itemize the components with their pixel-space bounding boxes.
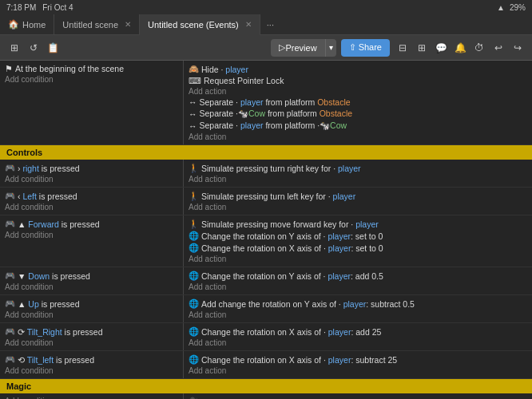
action-rot-y-add: 🌐 Change the rotation on Y axis of · pla… [189, 270, 527, 282]
status-left: 7:18 PM Fri Oct 4 [6, 3, 73, 12]
add-cond-forward[interactable]: Add condition [5, 230, 178, 240]
cond-tiltleft: 🎮 ⟲ Tilt_left is pressed Add condition [0, 351, 184, 378]
time: 7:18 PM [6, 3, 36, 12]
event-up-pressed: 🎮 ▲ Up is pressed Add condition 🌐 Add ch… [0, 295, 532, 323]
action-tiltright: 🌐 Change the rotation on X axis of · pla… [184, 323, 532, 350]
controls-header: Controls [0, 145, 532, 160]
add-cond-down[interactable]: Add condition [5, 282, 178, 292]
day: Fri Oct 4 [42, 3, 73, 12]
cond-up: 🎮 ▲ Up is pressed Add condition [0, 295, 184, 322]
add-cond-up[interactable]: Add condition [5, 310, 178, 320]
condition-beginning: ⚑ At the beginning of the scene Add cond… [0, 61, 184, 144]
action-separate-3: ↔ Separate · player from platform ·🐄Cow [189, 120, 527, 132]
tab-untitled1[interactable]: Untitled scene ✕ [54, 14, 140, 35]
add-cond-tiltleft[interactable]: Add condition [5, 365, 178, 376]
toolbar-icon-r5[interactable]: ⏱ [471, 40, 487, 56]
event-tiltleft-pressed: 🎮 ⟲ Tilt_left is pressed Add condition 🌐… [0, 351, 532, 379]
add-action-right[interactable]: Add action [189, 174, 527, 184]
action-forward: 🚶 Simulate pressing move forward key for… [184, 215, 532, 267]
cond-magic: Add condition [0, 393, 184, 399]
action-rot-y-subtract: 🌐 Add change the rotation on Y axis of ·… [189, 298, 527, 310]
add-action-down[interactable]: Add action [189, 282, 527, 292]
tab-home[interactable]: 🏠 Home [0, 14, 54, 35]
toolbar-icon-r1[interactable]: ⊟ [395, 40, 411, 56]
action-hide-player: 🙈 Hide · player [189, 63, 527, 75]
action-rot-x-0: 🌐 Change the rotation on X axis of · pla… [189, 242, 527, 254]
event-beginning: ⚑ At the beginning of the scene Add cond… [0, 61, 532, 145]
action-up: 🌐 Add change the rotation on Y axis of ·… [184, 295, 532, 322]
add-action-tiltright[interactable]: Add action [189, 338, 527, 348]
cond-right-text: 🎮 › right is pressed [5, 162, 178, 174]
action-right: 🚶 Simulate pressing turn right key for ·… [184, 160, 532, 187]
cond-forward: 🎮 ▲ Forward is pressed Add condition [0, 215, 184, 267]
add-cond-magic[interactable]: Add condition [5, 396, 178, 399]
tab-untitled-events-label: Untitled scene (Events) [148, 20, 239, 30]
add-cond-tiltright[interactable]: Add condition [5, 338, 178, 348]
toolbar-icon-2[interactable]: ↺ [26, 40, 42, 56]
toolbar-icon-r4[interactable]: 🔔 [452, 40, 468, 56]
main-content: ⚑ At the beginning of the scene Add cond… [0, 61, 532, 399]
cond-tiltleft-text: 🎮 ⟲ Tilt_left is pressed [5, 354, 178, 365]
battery: 29% [510, 3, 526, 12]
cond-left-text: 🎮 ‹ Left is pressed [5, 190, 178, 202]
share-label: ⇧ Share [349, 42, 382, 53]
toolbar: ⊞ ↺ 📋 ▷ Preview ▾ ⇧ Share ⊟ ⊞ 💬 🔔 ⏱ ↩ ↪ [0, 35, 532, 61]
preview-dropdown[interactable]: ▾ [325, 39, 336, 57]
preview-button[interactable]: ▷ Preview [271, 39, 324, 57]
action-turn-right: 🚶 Simulate pressing turn right key for ·… [189, 162, 527, 174]
event-left-pressed: 🎮 ‹ Left is pressed Add condition 🚶 Simu… [0, 188, 532, 215]
cond-left: 🎮 ‹ Left is pressed Add condition [0, 188, 184, 215]
add-cond-right[interactable]: Add condition [5, 174, 178, 184]
action-rot-y-0: 🌐 Change the rotation on Y axis of · pla… [189, 230, 527, 242]
event-tiltright-pressed: 🎮 ⟳ Tilt_Right is pressed Add condition … [0, 323, 532, 351]
magic-header: Magic [0, 379, 532, 393]
action-rot-x-add25: 🌐 Change the rotation on X axis of · pla… [189, 326, 527, 338]
condition-beginning-text: ⚑ At the beginning of the scene [5, 63, 178, 74]
tab-untitled1-label: Untitled scene [62, 20, 118, 30]
share-button[interactable]: ⇧ Share [341, 39, 390, 57]
toolbar-icon-3[interactable]: 📋 [45, 40, 61, 56]
add-action-left[interactable]: Add action [189, 202, 527, 212]
status-right: ▲ 29% [497, 3, 526, 12]
action-separate-2: ↔ Separate ·🐄Cow from platform Obstacle [189, 108, 527, 120]
cond-tiltright-text: 🎮 ⟳ Tilt_Right is pressed [5, 326, 178, 338]
action-rot-x-subtract25: 🌐 Change the rotation on X axis of · pla… [189, 354, 527, 365]
toolbar-icon-r2[interactable]: ⊞ [414, 40, 430, 56]
status-bar: 7:18 PM Fri Oct 4 ▲ 29% [0, 0, 532, 14]
add-condition-beginning[interactable]: Add condition [5, 74, 178, 85]
tab-more[interactable]: ··· [260, 20, 280, 30]
action-beginning: 🙈 Hide · player ⌨ Request Pointer Lock A… [184, 61, 532, 144]
add-cond-left[interactable]: Add condition [5, 202, 178, 212]
cond-tiltright: 🎮 ⟳ Tilt_Right is pressed Add condition [0, 323, 184, 350]
action-down: 🌐 Change the rotation on Y axis of · pla… [184, 267, 532, 294]
tab-bar: 🏠 Home Untitled scene ✕ Untitled scene (… [0, 14, 532, 35]
add-action-2[interactable]: Add action [189, 132, 527, 142]
action-tiltleft: 🌐 Change the rotation on X axis of · pla… [184, 351, 532, 378]
tab-untitled-events-close[interactable]: ✕ [245, 20, 252, 29]
home-icon: 🏠 [8, 19, 19, 30]
event-magic: Add condition 🎥 Move the camera of Base … [0, 393, 532, 399]
cond-forward-text: 🎮 ▲ Forward is pressed [5, 218, 178, 230]
tab-untitled-events[interactable]: Untitled scene (Events) ✕ [140, 14, 260, 35]
toolbar-left-icons: ⊞ ↺ 📋 [6, 40, 61, 56]
toolbar-icon-1[interactable]: ⊞ [6, 40, 22, 56]
add-action-forward[interactable]: Add action [189, 254, 527, 264]
action-move-forward: 🚶 Simulate pressing move forward key for… [189, 218, 527, 230]
action-separate-1: ↔ Separate · player from platform Obstac… [189, 97, 527, 108]
action-camera-look: 🎥 Move the camera of Base layer to look … [189, 396, 527, 399]
cond-down-text: 🎮 ▼ Down is pressed [5, 270, 178, 282]
tab-home-label: Home [22, 20, 46, 30]
toolbar-icon-r3[interactable]: 💬 [433, 40, 449, 56]
event-forward-pressed: 🎮 ▲ Forward is pressed Add condition 🚶 S… [0, 215, 532, 267]
toolbar-icon-undo[interactable]: ↩ [490, 40, 506, 56]
cond-down: 🎮 ▼ Down is pressed Add condition [0, 267, 184, 294]
toolbar-icon-redo[interactable]: ↪ [510, 40, 526, 56]
wifi-icon: ▲ [497, 3, 505, 12]
preview-button-group: ▷ Preview ▾ [271, 39, 335, 57]
add-action-tiltleft[interactable]: Add action [189, 365, 527, 376]
tab-untitled1-close[interactable]: ✕ [125, 20, 131, 29]
cond-up-text: 🎮 ▲ Up is pressed [5, 298, 178, 310]
event-right-pressed: 🎮 › right is pressed Add condition 🚶 Sim… [0, 160, 532, 188]
add-action-1[interactable]: Add action [189, 86, 527, 97]
add-action-up[interactable]: Add action [189, 310, 527, 320]
